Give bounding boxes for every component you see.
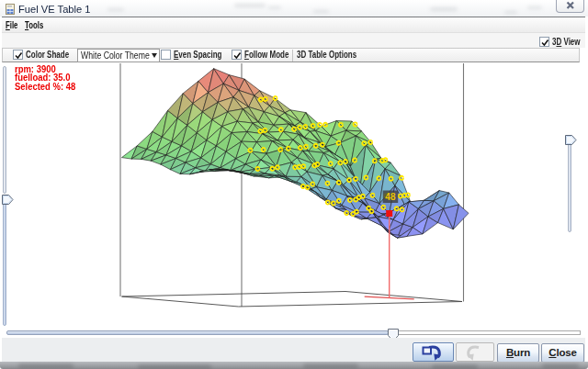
svg-text:48: 48 xyxy=(385,192,396,202)
